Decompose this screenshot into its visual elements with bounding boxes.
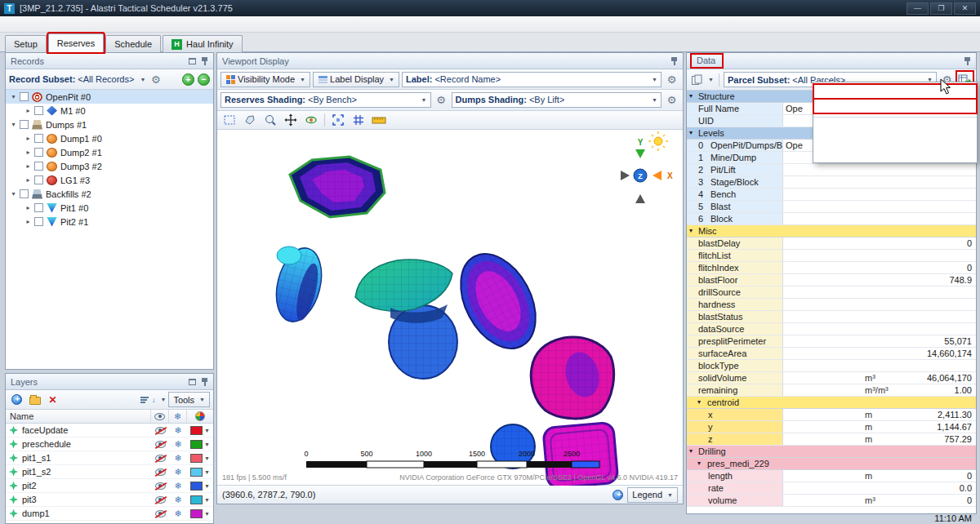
orbit-button[interactable]: [302, 112, 320, 128]
property-row[interactable]: blastStatus: [687, 311, 976, 323]
globe-icon[interactable]: [612, 490, 623, 500]
label-combo[interactable]: Label: <Record Name> ▼: [402, 72, 662, 87]
context-menu-item[interactable]: [813, 117, 977, 131]
record-checkbox[interactable]: [20, 120, 29, 129]
record-tree-item[interactable]: M1 #0: [6, 104, 213, 118]
property-row[interactable]: drillSource: [687, 286, 976, 299]
solid-pit-midright[interactable]: [446, 241, 551, 361]
property-row[interactable]: Misc: [687, 225, 976, 238]
pin-panel-icon[interactable]: [201, 377, 208, 387]
context-menu-item[interactable]: [813, 146, 977, 161]
record-tree-item[interactable]: Dumps #1: [6, 118, 213, 131]
layer-row[interactable]: pit2 ❄ ▼: [6, 479, 213, 493]
layer-freeze-toggle[interactable]: ❄: [169, 437, 187, 451]
property-row[interactable]: rate 0.0: [687, 482, 976, 495]
float-panel-icon[interactable]: [189, 58, 196, 64]
expander-icon[interactable]: [24, 135, 33, 142]
layer-freeze-toggle[interactable]: ❄: [169, 507, 187, 520]
color-column-header[interactable]: [187, 410, 213, 423]
visibility-column-header[interactable]: [151, 410, 169, 423]
property-row[interactable]: Drilling: [687, 446, 976, 458]
polygon-select-button[interactable]: [241, 112, 259, 128]
record-checkbox[interactable]: [34, 134, 43, 143]
record-subset-value[interactable]: <All Records>: [78, 74, 134, 84]
collapse-icon[interactable]: [697, 398, 701, 406]
property-row[interactable]: blastFloor 748.9: [687, 274, 976, 286]
expander-icon[interactable]: [24, 176, 33, 184]
float-panel-icon[interactable]: [189, 379, 196, 385]
record-checkbox[interactable]: [34, 203, 43, 212]
expand-all-button[interactable]: +: [182, 73, 194, 86]
reserves-shading-settings-button[interactable]: ⚙: [434, 92, 449, 108]
collapse-all-button[interactable]: −: [198, 73, 210, 86]
layer-row[interactable]: pit1_s1 ❄ ▼: [6, 451, 213, 465]
layer-color-picker[interactable]: ▼: [187, 507, 213, 520]
pin-panel-icon[interactable]: [964, 56, 971, 66]
layer-freeze-toggle[interactable]: ❄: [169, 479, 187, 492]
pin-panel-icon[interactable]: [670, 56, 678, 66]
context-menu-item[interactable]: [813, 84, 977, 99]
expander-icon[interactable]: [24, 204, 33, 211]
collapse-icon[interactable]: [689, 92, 693, 100]
layer-visibility-toggle[interactable]: [151, 493, 169, 506]
record-tree-item[interactable]: Dump1 #0: [6, 131, 213, 145]
record-tree-item[interactable]: Pit1 #0: [6, 201, 213, 215]
property-row[interactable]: 6 Block: [687, 213, 976, 225]
measure-button[interactable]: [370, 112, 388, 128]
zoom-button[interactable]: [261, 112, 279, 128]
layer-row[interactable]: preschedule ❄ ▼: [6, 437, 213, 451]
label-display-button[interactable]: Label Display ▼: [313, 72, 399, 87]
collapse-icon[interactable]: [697, 460, 701, 467]
report-layout-button[interactable]: ▼: [690, 72, 715, 87]
property-row[interactable]: flitchIndex 0: [687, 262, 976, 274]
property-row[interactable]: y m 1,144.67: [687, 421, 976, 433]
layer-visibility-toggle[interactable]: [151, 465, 169, 478]
layer-visibility-toggle[interactable]: [151, 451, 169, 464]
layer-freeze-toggle[interactable]: ❄: [169, 465, 187, 478]
property-row[interactable]: remaining m³/m³ 1.00: [687, 384, 976, 397]
tab[interactable]: Setup: [5, 35, 47, 52]
layer-visibility-toggle[interactable]: [151, 437, 169, 451]
layer-row[interactable]: faceUpdate ❄ ▼: [6, 424, 213, 437]
property-row[interactable]: z m 757.29: [687, 433, 976, 446]
solid-pit-right[interactable]: [531, 337, 613, 419]
record-checkbox[interactable]: [34, 162, 43, 171]
collapse-icon[interactable]: [689, 129, 693, 136]
open-layer-button[interactable]: [27, 392, 42, 407]
layer-visibility-toggle[interactable]: [151, 479, 169, 492]
property-row[interactable]: x m 2,411.30: [687, 409, 976, 421]
record-checkbox[interactable]: [34, 148, 43, 157]
context-menu-item[interactable]: [813, 99, 977, 113]
collapse-icon[interactable]: [689, 227, 693, 234]
layer-color-picker[interactable]: ▼: [187, 451, 213, 464]
expander-icon[interactable]: [24, 107, 33, 114]
record-tree-item[interactable]: Backfills #2: [6, 187, 213, 201]
solid-capsule-cap[interactable]: [277, 246, 301, 264]
property-row[interactable]: blockType: [687, 360, 976, 372]
visibility-mode-button[interactable]: Visibility Mode ▼: [220, 72, 310, 87]
maximize-button[interactable]: ❐: [930, 2, 952, 15]
record-tree-item[interactable]: Pit2 #1: [6, 215, 213, 229]
tab[interactable]: H Haul Infinity: [163, 35, 242, 52]
property-row[interactable]: 2 Pit/Lift: [687, 164, 976, 176]
record-checkbox[interactable]: [20, 92, 29, 101]
property-row[interactable]: dataSource: [687, 323, 976, 335]
layer-tools-button[interactable]: Tools ▼: [168, 392, 210, 407]
freeze-column-header[interactable]: ❄: [169, 410, 187, 423]
expander-icon[interactable]: [24, 149, 33, 156]
record-tree-item[interactable]: Dump3 #2: [6, 159, 213, 173]
menu-item[interactable]: [3, 23, 18, 26]
property-row[interactable]: 3 Stage/Block: [687, 176, 976, 189]
record-checkbox[interactable]: [34, 175, 43, 184]
sort-layers-button[interactable]: ↓ ▼: [140, 392, 167, 407]
remove-layer-button[interactable]: ✕: [45, 392, 60, 407]
property-row[interactable]: presplitPerimeter 55,071: [687, 335, 976, 348]
grid-toggle-button[interactable]: [350, 112, 368, 128]
minimize-button[interactable]: —: [906, 2, 929, 15]
expander-icon[interactable]: [9, 190, 18, 198]
record-tree-item[interactable]: Dump2 #1: [6, 145, 213, 159]
property-row[interactable]: 5 Blast: [687, 201, 976, 213]
layer-row[interactable]: pit1_s2 ❄ ▼: [6, 465, 213, 479]
layer-visibility-toggle[interactable]: [151, 424, 169, 437]
name-column-header[interactable]: Name: [6, 410, 151, 423]
